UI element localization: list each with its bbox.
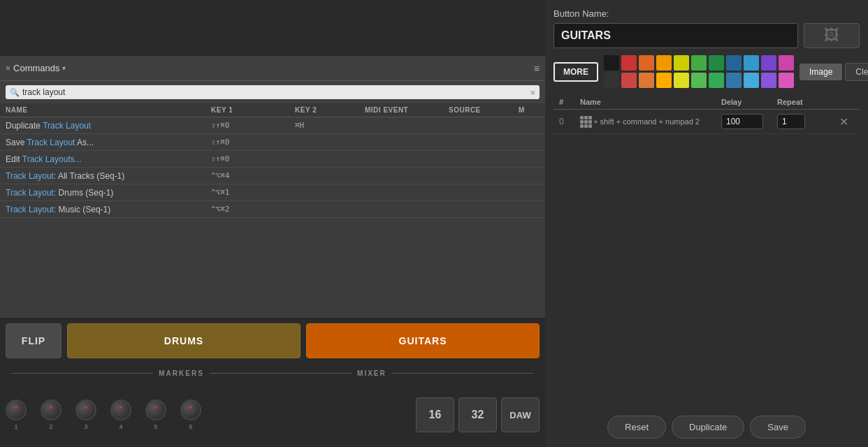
cmd-table-header: # Name Delay Repeat (554, 95, 860, 110)
table-row[interactable]: Track Layout: Music (Seq-1) ^⌥⌘2 (0, 201, 545, 218)
right-panel: Button Name: 🖼 MORE (545, 0, 868, 447)
row2-key1: ⇧↑⌘0 (211, 154, 295, 163)
flip-button[interactable]: FLIP (6, 323, 62, 358)
col-key2-header: KEY 2 (295, 106, 365, 114)
col-source-header: SOURCE (449, 106, 519, 114)
num-32-button[interactable]: 32 (458, 397, 497, 432)
table-row[interactable]: Track Layout: All Tracks (Seq-1) ^⌥⌘4 (0, 168, 545, 184)
color-swatch-teal[interactable] (709, 73, 724, 88)
dot (584, 120, 588, 124)
knob-label-4: 4 (119, 423, 122, 430)
repeat-input[interactable] (777, 114, 805, 129)
knob-6[interactable] (180, 400, 201, 420)
color-swatch-pink[interactable] (779, 55, 794, 71)
row0-key2: ⌘H (295, 121, 365, 130)
cmd-icon-area: + shift + command + numpad 2 (580, 116, 721, 128)
more-button[interactable]: MORE (554, 62, 598, 82)
right-separator (392, 373, 534, 374)
dot (588, 120, 592, 124)
dot (584, 124, 588, 128)
color-swatch-gold[interactable] (656, 73, 672, 88)
color-swatch-purple[interactable] (761, 55, 776, 71)
daw-button[interactable]: DAW (501, 397, 540, 432)
image-placeholder-icon: 🖼 (824, 27, 839, 45)
color-swatch-yellow[interactable] (674, 55, 689, 71)
commands-close-icon[interactable]: × (6, 64, 10, 73)
search-wrapper: 🔍 × (6, 85, 540, 99)
knob-label-2: 2 (49, 423, 52, 430)
color-swatch-blue[interactable] (744, 55, 759, 71)
delay-input[interactable] (721, 114, 763, 129)
save-button[interactable]: Save (750, 416, 806, 439)
search-input[interactable] (22, 87, 527, 97)
knob-4[interactable] (110, 400, 131, 420)
dot (584, 116, 588, 119)
color-swatch-skyblue[interactable] (744, 73, 759, 88)
spacer (554, 253, 860, 404)
image-button[interactable]: Image (800, 64, 842, 80)
drums-button[interactable]: DRUMS (67, 323, 301, 358)
commands-header: × Commands ▾ ≡ (0, 56, 545, 81)
knob-group: 1 2 3 4 5 (6, 400, 201, 430)
duplicate-button[interactable]: Duplicate (672, 416, 744, 439)
dot (580, 124, 584, 128)
color-swatch-black[interactable] (604, 55, 619, 71)
button-name-input[interactable] (554, 23, 798, 48)
row5-name: Track Layout: Music (Seq-1) (6, 205, 211, 214)
color-swatch-lightgreen[interactable] (691, 73, 707, 88)
bottom-section: FLIP DRUMS GUITARS MARKERS MIXER 1 2 (0, 318, 545, 447)
knob-5[interactable] (145, 400, 166, 420)
knob-item: 2 (41, 400, 62, 430)
delete-cmd-button[interactable]: ✕ (833, 115, 854, 129)
num-16-button[interactable]: 16 (416, 397, 454, 432)
cmd-shortcut-text: + shift + command + numpad 2 (593, 117, 700, 126)
markers-label: MARKERS (159, 369, 204, 377)
color-swatch-amber[interactable] (656, 55, 672, 71)
button-name-row: 🖼 (554, 23, 860, 48)
color-row-1 (604, 55, 794, 71)
table-row[interactable]: Edit Track Layouts... ⇧↑⌘0 (0, 151, 545, 168)
color-swatch-lightorange[interactable] (639, 73, 654, 88)
knob-item: 5 (145, 400, 166, 430)
color-swatch-orange[interactable] (639, 55, 654, 71)
cmd-col-repeat: Repeat (777, 98, 833, 106)
table-row[interactable]: Save Track Layout As... ⇧↑⌘0 (0, 134, 545, 151)
knob-1[interactable] (6, 400, 27, 420)
cmd-col-name: Name (580, 98, 721, 106)
knob-3[interactable] (75, 400, 96, 420)
pad-button-row: FLIP DRUMS GUITARS (0, 318, 545, 363)
color-swatch-steel[interactable] (726, 73, 742, 88)
row2-name: Edit Track Layouts... (6, 154, 211, 164)
color-swatch-navy[interactable] (726, 55, 742, 71)
grid-icon (580, 116, 592, 128)
knob-2[interactable] (41, 400, 62, 420)
knob-item: 6 (180, 400, 201, 430)
left-separator (11, 373, 153, 374)
top-bar (0, 0, 545, 56)
search-clear-icon[interactable]: × (530, 88, 535, 97)
guitars-button[interactable]: GUITARS (306, 323, 540, 358)
color-swatch-darkgray[interactable] (604, 73, 619, 88)
dot (588, 124, 592, 128)
right-commands-section: # Name Delay Repeat 0 + shi (554, 95, 860, 246)
color-swatch-lightred[interactable] (621, 73, 637, 88)
dot (580, 120, 584, 124)
clear-button[interactable]: Clear (845, 63, 868, 81)
knob-label-5: 5 (154, 423, 157, 430)
knob-item: 1 (6, 400, 27, 430)
color-swatch-green[interactable] (691, 55, 707, 71)
menu-icon[interactable]: ≡ (534, 63, 540, 74)
reset-button[interactable]: Reset (607, 416, 666, 439)
color-swatch-darkgreen[interactable] (709, 55, 724, 71)
table-row[interactable]: Duplicate Track Layout ⇧↑⌘0 ⌘H (0, 117, 545, 134)
color-swatch-violet[interactable] (761, 73, 776, 88)
cmd-row-num: 0 (559, 117, 580, 126)
action-buttons: Reset Duplicate Save (554, 410, 860, 439)
table-row[interactable]: Track Layout: Drums (Seq-1) ^⌥⌘1 (0, 184, 545, 201)
image-clear-section: Image Clear i (800, 63, 868, 81)
color-swatch-red[interactable] (621, 55, 637, 71)
commands-dropdown-icon[interactable]: ▾ (62, 64, 66, 72)
commands-title-area: × Commands ▾ (6, 63, 66, 73)
color-swatch-magenta[interactable] (779, 73, 794, 88)
color-swatch-brightyellow[interactable] (674, 73, 689, 88)
